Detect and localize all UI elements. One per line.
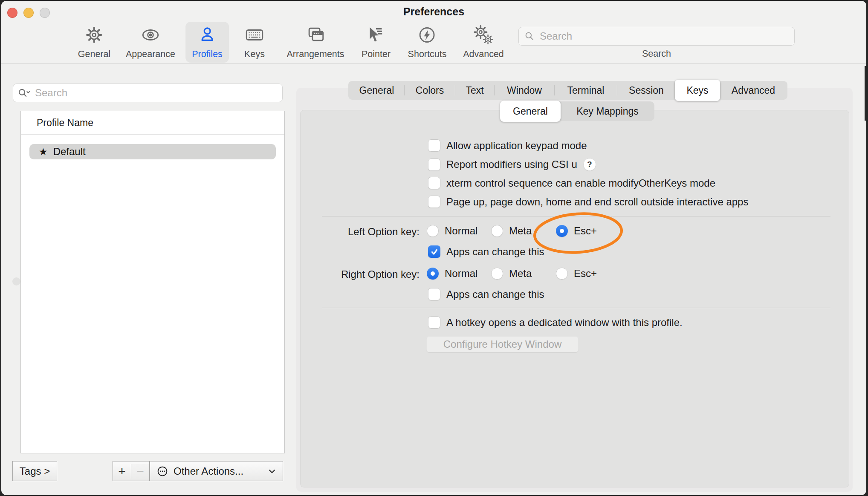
apps-can-change-left: Apps can change this [428,245,544,258]
tab-text[interactable]: Text [455,81,494,100]
toolbar-item-label: Arrangements [286,49,344,60]
other-actions-label: Other Actions... [174,465,243,477]
toolbar-search-field[interactable] [518,27,795,46]
toolbar-item-keys[interactable]: Keys [244,23,265,60]
background-edge [865,66,868,121]
window-title: Preferences [1,6,866,18]
right-option-key-label: Right Option key: [298,268,420,280]
cursor-icon [366,23,386,47]
radio-label: Meta [509,225,532,237]
left-option-key-label: Left Option key: [298,226,420,238]
checkbox-modify-other-keys[interactable] [428,177,440,189]
chevron-down-icon [266,466,278,477]
checkbox-csi-u[interactable] [428,159,440,171]
other-actions-dropdown[interactable]: Other Actions... [150,461,283,481]
checkbox-allow-keypad[interactable] [428,139,440,152]
ellipsis-circle-icon [156,465,169,478]
radio-left-esc[interactable]: Esc+ [556,225,597,237]
radio-label: Normal [445,268,477,280]
radio-icon [427,268,439,280]
option-row: Allow application keypad mode [428,139,587,152]
gear-icon [84,23,104,47]
checkbox-label: A hotkey opens a dedicated window with t… [446,317,683,329]
toolbar-item-shortcuts[interactable]: Shortcuts [408,23,447,60]
toolbar-item-label: Shortcuts [408,49,447,60]
option-row: Report modifiers using CSI u ? [428,158,596,171]
toolbar-item-pointer[interactable]: Pointer [362,23,391,60]
toolbar-item-label: Advanced [463,49,504,60]
radio-label: Esc+ [574,225,597,237]
bolt-icon [417,23,437,47]
radio-icon [491,268,503,280]
tab-session[interactable]: Session [617,81,675,100]
profile-list: Profile Name ★ Default [20,111,285,453]
checkbox-apps-change-left[interactable] [428,245,440,258]
subtab-general[interactable]: General [500,101,561,122]
windows-icon [305,23,326,47]
profile-list-header: Profile Name [21,111,284,134]
apps-can-change-right: Apps can change this [428,288,544,300]
keys-subtab-bar: General Key Mappings [500,101,654,121]
person-icon [197,23,217,47]
subtab-key-mappings[interactable]: Key Mappings [561,101,654,121]
screen: Preferences General Appearance Profiles … [0,0,868,496]
toolbar-item-arrangements[interactable]: Arrangements [286,23,344,60]
tags-button[interactable]: Tags > [12,461,57,481]
tab-window[interactable]: Window [495,81,554,100]
checkbox-label: Page up, page down, home and end scroll … [446,196,748,208]
search-icon [524,31,535,42]
radio-icon [427,225,439,237]
tab-general[interactable]: General [349,81,404,100]
search-scope-icon [17,87,31,99]
remove-profile-button[interactable]: − [131,464,149,479]
radio-right-meta[interactable]: Meta [491,268,532,280]
star-icon: ★ [39,147,48,157]
titlebar: Preferences General Appearance Profiles … [1,1,866,64]
add-profile-button[interactable]: + [113,464,131,479]
toolbar-search-label: Search [518,49,795,59]
profile-search-field[interactable] [13,84,283,102]
radio-label: Esc+ [574,268,597,280]
checkbox-apps-change-right[interactable] [428,288,440,300]
option-row: xterm control sequence can enable modify… [428,177,715,189]
toolbar-item-label: Profiles [192,49,223,60]
radio-right-esc[interactable]: Esc+ [556,268,597,280]
checkbox-hotkey-window[interactable] [428,316,440,329]
tab-keys[interactable]: Keys [675,80,720,101]
radio-icon [556,225,568,237]
checkbox-page-scroll[interactable] [428,196,440,208]
profile-search-input[interactable] [34,87,278,99]
tab-advanced[interactable]: Advanced [720,81,787,100]
radio-label: Normal [445,225,477,237]
profile-name: Default [53,146,86,158]
checkbox-label: Allow application keypad mode [446,140,587,152]
toolbar-item-label: Keys [244,49,265,60]
checkbox-label: xterm control sequence can enable modify… [446,177,715,189]
radio-icon [491,225,503,237]
checkbox-label: Report modifiers using CSI u [446,159,577,170]
option-row: Page up, page down, home and end scroll … [428,196,748,208]
radio-right-normal[interactable]: Normal [427,268,477,280]
radio-left-meta[interactable]: Meta [491,225,532,237]
section-divider [322,308,830,308]
help-button[interactable]: ? [583,158,596,171]
profile-row-default[interactable]: ★ Default [29,144,276,159]
toolbar-item-advanced[interactable]: Advanced [463,23,504,60]
profile-tab-bar: General Colors Text Window Terminal Sess… [348,81,787,100]
toolbar-search-input[interactable] [539,30,789,43]
toolbar-item-appearance[interactable]: Appearance [126,23,175,60]
tab-colors[interactable]: Colors [405,81,455,100]
tab-terminal[interactable]: Terminal [555,81,617,100]
add-remove-group: + − [113,461,150,481]
toolbar-item-general[interactable]: General [78,23,111,60]
configure-hotkey-window-button[interactable]: Configure Hotkey Window [426,336,579,352]
toolbar-item-profiles[interactable]: Profiles [185,22,229,63]
radio-left-normal[interactable]: Normal [427,225,477,237]
keyboard-icon [244,23,265,47]
eye-icon [140,23,161,47]
toolbar-item-label: General [78,49,111,60]
radio-icon [556,268,568,280]
section-divider [322,216,830,216]
toolbar-item-label: Pointer [362,49,391,60]
radio-label: Meta [509,268,532,280]
